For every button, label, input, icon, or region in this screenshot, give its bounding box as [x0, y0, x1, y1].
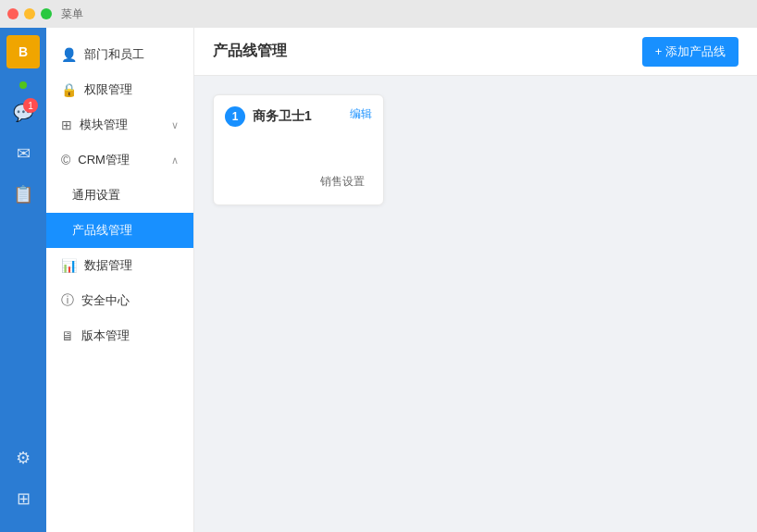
product-card: 1 商务卫士1 编辑 销售设置 — [213, 94, 384, 205]
product-edit-link[interactable]: 编辑 — [350, 106, 372, 122]
sidebar-item-label: 数据管理 — [84, 257, 132, 274]
product-card-footer: 销售设置 — [225, 170, 372, 193]
security-icon: ⓘ — [61, 292, 74, 309]
dept-icon: 👤 — [61, 47, 77, 62]
sidebar-item-product-line[interactable]: 产品线管理 — [46, 213, 193, 248]
maximize-button[interactable] — [41, 8, 52, 19]
chevron-up-icon: ∧ — [171, 155, 179, 167]
apps-icon-btn[interactable]: ⊞ — [5, 480, 42, 517]
mail-icon-btn[interactable]: ✉ — [5, 135, 42, 172]
crm-icon: © — [61, 153, 70, 167]
sidebar-item-label: 版本管理 — [81, 328, 130, 344]
sidebar-item-perm[interactable]: 🔒 权限管理 — [46, 72, 193, 107]
lock-icon: 🔒 — [61, 82, 77, 97]
product-name: 商务卫士1 — [253, 108, 312, 125]
avatar[interactable]: B — [6, 35, 40, 68]
sidebar-item-version[interactable]: 🖥 版本管理 — [46, 318, 193, 353]
data-icon: 📊 — [61, 258, 77, 273]
sidebar-item-label: CRM管理 — [78, 152, 130, 168]
sidebar-item-module[interactable]: ⊞ 模块管理 ∨ — [46, 107, 193, 142]
module-icon: ⊞ — [61, 118, 72, 132]
left-nav: B 💬 1 ✉ 📋 ⚙ ⊞ — [0, 28, 46, 532]
sidebar-item-label: 产品线管理 — [72, 222, 132, 239]
sidebar-item-security[interactable]: ⓘ 安全中心 — [46, 283, 193, 318]
main-layout: B 💬 1 ✉ 📋 ⚙ ⊞ 👤 部门和员工 🔒 权限管理 — [0, 28, 757, 532]
status-dot — [19, 81, 27, 89]
sales-setting-button[interactable]: 销售设置 — [313, 170, 372, 193]
content-area: 产品线管理 + 添加产品线 1 商务卫士1 编辑 销售设置 — [194, 28, 757, 532]
product-number: 1 — [225, 106, 245, 127]
sidebar-item-label: 安全中心 — [81, 292, 130, 309]
sidebar-item-label: 权限管理 — [84, 81, 132, 98]
chevron-down-icon: ∨ — [171, 119, 179, 131]
version-icon: 🖥 — [61, 328, 74, 343]
top-bar: 菜单 — [0, 0, 757, 28]
content-header: 产品线管理 + 添加产品线 — [194, 28, 757, 76]
sidebar: 👤 部门和员工 🔒 权限管理 ⊞ 模块管理 ∨ © CRM管理 ∧ 通用设置 产… — [46, 28, 194, 532]
chat-badge: 1 — [23, 98, 38, 113]
settings-icon-btn[interactable]: ⚙ — [5, 439, 42, 476]
doc-icon: 📋 — [13, 184, 33, 204]
sidebar-item-dept[interactable]: 👤 部门和员工 — [46, 37, 193, 72]
sidebar-item-label: 模块管理 — [80, 117, 128, 133]
close-button[interactable] — [7, 8, 19, 19]
content-body: 1 商务卫士1 编辑 销售设置 — [194, 76, 757, 532]
mail-icon: ✉ — [17, 143, 31, 164]
sidebar-item-general[interactable]: 通用设置 — [46, 178, 193, 213]
page-title: 产品线管理 — [213, 42, 287, 61]
top-bar-title: 菜单 — [61, 6, 83, 22]
minimize-button[interactable] — [24, 8, 35, 19]
settings-icon: ⚙ — [16, 448, 31, 468]
doc-icon-btn[interactable]: 📋 — [5, 176, 42, 213]
sidebar-item-label: 通用设置 — [72, 187, 120, 204]
sidebar-item-data[interactable]: 📊 数据管理 — [46, 248, 193, 283]
add-product-line-button[interactable]: + 添加产品线 — [642, 37, 738, 67]
chat-icon-btn[interactable]: 💬 1 — [5, 94, 42, 131]
sidebar-item-crm[interactable]: © CRM管理 ∧ — [46, 142, 193, 178]
apps-icon: ⊞ — [17, 489, 31, 509]
sidebar-item-label: 部门和员工 — [84, 46, 144, 63]
